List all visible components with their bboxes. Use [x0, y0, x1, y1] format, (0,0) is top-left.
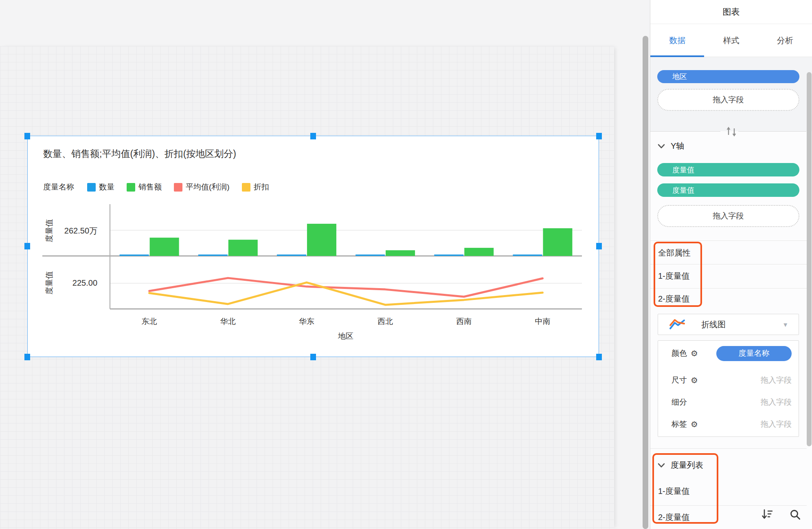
attr-tab-all-properties[interactable]: 全部属性: [658, 247, 691, 258]
resize-handle-bottom-right[interactable]: [596, 354, 602, 360]
chart-settings-panel: 图表 数据 样式 分析 地区 拖入字段 Y轴 度量值 度量值 拖入字段 全部属性…: [650, 0, 812, 529]
resize-handle-middle-left[interactable]: [24, 243, 30, 249]
swap-axes-icon[interactable]: [724, 126, 738, 139]
resize-handle-middle-right[interactable]: [596, 243, 602, 249]
y-axis-section-label: Y轴: [671, 141, 684, 152]
bar-数量[interactable]: [356, 255, 385, 256]
mapping-row-尺寸: 尺寸⚙拖入字段: [672, 373, 792, 388]
x-axis-title: 地区: [338, 331, 353, 342]
mapping-label: 颜色: [672, 348, 687, 359]
mapping-row-细分: 细分拖入字段: [672, 395, 792, 410]
lower-y-axis-tick: 225.00: [44, 278, 97, 288]
bar-销售额[interactable]: [464, 248, 494, 256]
gear-icon[interactable]: ⚙: [691, 376, 698, 384]
bar-销售额[interactable]: [150, 238, 179, 256]
visual-mapping-box: 颜色⚙度量名称尺寸⚙拖入字段细分拖入字段标签⚙拖入字段: [658, 340, 799, 437]
measure-pill-2[interactable]: 度量值: [657, 183, 799, 197]
bar-数量[interactable]: [120, 255, 149, 256]
tab-style[interactable]: 样式: [704, 24, 758, 57]
measure-list-item-2[interactable]: 2-度量值: [658, 512, 690, 523]
x-tick-label: 中南: [518, 316, 567, 327]
x-tick-label: 华东: [282, 316, 331, 327]
x-tick-label: 东北: [125, 316, 174, 327]
chart-type-label: 折线图: [701, 319, 726, 330]
mapping-drop-placeholder[interactable]: 拖入字段: [761, 419, 792, 430]
mapping-field-pill[interactable]: 度量名称: [716, 346, 792, 361]
field-pill-region[interactable]: 地区: [657, 70, 799, 83]
dropdown-caret-icon: ▼: [782, 321, 788, 328]
tab-data[interactable]: 数据: [650, 24, 704, 57]
chart-widget[interactable]: 数量、销售额;平均值(利润)、折扣(按地区划分) 度量名称 数量销售额平均值(利…: [27, 136, 599, 357]
bar-数量[interactable]: [513, 255, 542, 256]
measure-list-item-1[interactable]: 1-度量值: [658, 486, 690, 497]
resize-handle-top-center[interactable]: [310, 133, 316, 139]
canvas-vertical-scrollbar[interactable]: [643, 36, 648, 529]
gear-icon[interactable]: ⚙: [691, 349, 698, 357]
resize-handle-top-left[interactable]: [24, 133, 30, 139]
mapping-row-标签: 标签⚙拖入字段: [672, 417, 792, 432]
y-axis-section-header[interactable]: Y轴: [658, 141, 684, 152]
measure-list-header[interactable]: 度量列表: [658, 460, 703, 471]
measure-list-label: 度量列表: [671, 460, 703, 471]
mapping-label: 标签: [672, 419, 687, 430]
mapping-row-颜色: 颜色⚙度量名称: [672, 346, 792, 361]
resize-handle-bottom-center[interactable]: [310, 354, 316, 360]
bar-销售额[interactable]: [307, 224, 336, 256]
gear-icon[interactable]: ⚙: [691, 420, 698, 428]
panel-title: 图表: [650, 0, 812, 24]
bar-数量[interactable]: [277, 255, 306, 256]
line-chart-icon: [668, 317, 687, 331]
mapping-drop-placeholder[interactable]: 拖入字段: [761, 375, 792, 386]
x-axis-drop-zone[interactable]: 拖入字段: [657, 89, 799, 111]
sort-icon[interactable]: [762, 509, 772, 522]
mapping-label: 尺寸: [672, 375, 687, 386]
chevron-down-icon: [658, 143, 665, 149]
bar-销售额[interactable]: [228, 240, 258, 256]
x-tick-label: 西南: [439, 316, 488, 327]
x-tick-label: 西北: [361, 316, 410, 327]
resize-handle-bottom-left[interactable]: [24, 354, 30, 360]
tab-analysis[interactable]: 分析: [758, 24, 812, 57]
mapping-drop-placeholder[interactable]: 拖入字段: [761, 397, 792, 408]
x-tick-label: 华北: [204, 316, 252, 327]
panel-tab-bar: 数据 样式 分析: [650, 24, 812, 57]
bar-销售额[interactable]: [543, 228, 572, 256]
line-折扣[interactable]: [149, 282, 543, 305]
bar-数量[interactable]: [198, 255, 228, 256]
bar-数量[interactable]: [434, 255, 463, 256]
panel-vertical-scrollbar[interactable]: [807, 72, 812, 446]
chevron-down-icon: [658, 463, 665, 468]
search-icon[interactable]: [790, 509, 801, 522]
upper-y-axis-tick: 262.50万: [44, 225, 97, 236]
measure-pill-1[interactable]: 度量值: [657, 163, 799, 176]
y-axis-drop-zone[interactable]: 拖入字段: [657, 205, 799, 227]
chart-type-dropdown[interactable]: 折线图 ▼: [658, 314, 799, 335]
attr-tab-measure-2[interactable]: 2-度量值: [658, 293, 690, 304]
attr-tab-measure-1[interactable]: 1-度量值: [658, 271, 690, 282]
bar-销售额[interactable]: [386, 250, 415, 256]
resize-handle-top-right[interactable]: [596, 133, 602, 139]
mapping-label: 细分: [672, 397, 687, 408]
